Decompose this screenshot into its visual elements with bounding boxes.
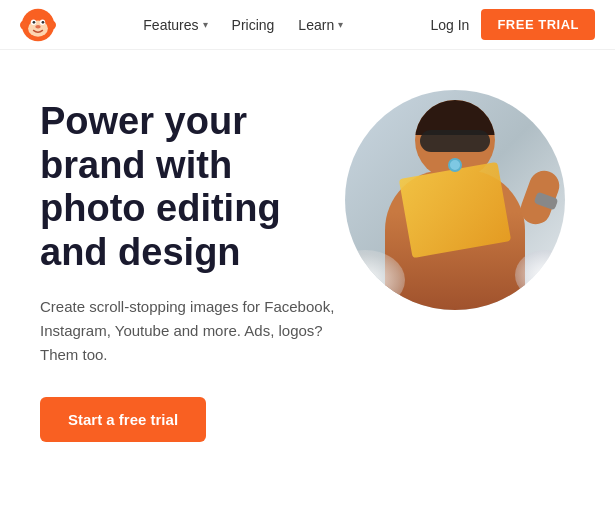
features-chevron-icon: ▾ — [203, 19, 208, 30]
svg-point-9 — [42, 20, 45, 23]
hero-image — [335, 90, 575, 310]
svg-point-8 — [33, 20, 36, 23]
nav-links: Features ▾ Pricing Learn ▾ — [143, 17, 343, 33]
learn-nav-link[interactable]: Learn ▾ — [298, 17, 343, 33]
hero-section: Power your brand with photo editing and … — [0, 50, 615, 482]
features-nav-link[interactable]: Features ▾ — [143, 17, 207, 33]
hero-content: Power your brand with photo editing and … — [40, 100, 335, 442]
hero-title: Power your brand with photo editing and … — [40, 100, 335, 275]
login-link[interactable]: Log In — [430, 17, 469, 33]
pricing-nav-link[interactable]: Pricing — [232, 17, 275, 33]
nav-right: Log In FREE TRIAL — [430, 9, 595, 40]
hero-subtitle: Create scroll-stopping images for Facebo… — [40, 295, 335, 367]
learn-chevron-icon: ▾ — [338, 19, 343, 30]
logo[interactable] — [20, 7, 56, 43]
svg-point-4 — [49, 22, 54, 27]
svg-point-10 — [35, 25, 40, 29]
person-necklace — [448, 158, 462, 172]
person-sunglasses — [420, 130, 490, 152]
paper-element — [399, 162, 511, 258]
monkey-logo-icon — [20, 7, 56, 43]
navbar: Features ▾ Pricing Learn ▾ Log In FREE T… — [0, 0, 615, 50]
hero-image-circle — [345, 90, 565, 310]
start-trial-button[interactable]: Start a free trial — [40, 397, 206, 442]
free-trial-button[interactable]: FREE TRIAL — [481, 9, 595, 40]
svg-point-2 — [22, 22, 27, 27]
